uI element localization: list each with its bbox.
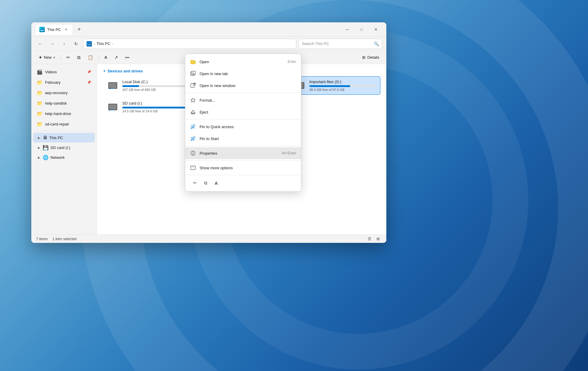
- sidebar-tree-sd-card[interactable]: ▶ 💾 SD card (I:): [33, 143, 95, 152]
- pin-icon-videos: 📌: [87, 70, 91, 74]
- share-icon: ↗: [114, 55, 118, 60]
- svg-line-31: [193, 83, 195, 86]
- ctx-separator-5: [185, 175, 301, 175]
- ctx-open-new-tab-label: Open in new tab: [200, 72, 296, 76]
- ctx-pin-start-label: Pin to Start: [200, 136, 296, 141]
- sidebar-item-help-hard-drive[interactable]: 📁 help-hard-drive: [33, 108, 95, 119]
- grid-view-button[interactable]: ⊞: [374, 235, 382, 243]
- expand-icon-sd-card: ▶: [38, 146, 40, 149]
- svg-rect-20: [109, 104, 117, 110]
- drive-g-name: Important files (G:): [309, 80, 376, 84]
- cut-icon: ✂: [66, 55, 70, 60]
- sidebar-tree-label-network: Network: [50, 155, 65, 160]
- ctx-bottom-cut[interactable]: ✂: [190, 178, 200, 188]
- drive-item-c[interactable]: Local Disk (C:) 347 GB free of 465 GB: [103, 76, 193, 95]
- svg-point-22: [109, 110, 110, 110]
- details-button[interactable]: ⊞ Details: [359, 53, 382, 62]
- sidebar-item-aep[interactable]: 📁 aep-recovery: [33, 88, 95, 98]
- ctx-open-icon: [190, 59, 196, 65]
- svg-rect-5: [109, 83, 117, 88]
- ctx-separator-4: [185, 160, 301, 161]
- new-label: New: [44, 55, 52, 60]
- cut-button[interactable]: ✂: [63, 53, 73, 62]
- help-hard-drive-icon: 📁: [37, 111, 43, 117]
- drive-g-free: 38.4 GB free of 97.6 GB: [309, 88, 376, 91]
- tab-area: This PC ✕ +: [35, 24, 340, 35]
- ctx-pin-quick-access[interactable]: Pin to Quick access: [185, 121, 301, 133]
- more-button[interactable]: •••: [122, 53, 132, 62]
- sidebar-item-sd-card-repair[interactable]: 📁 sd-card-repair: [33, 119, 95, 129]
- ctx-eject[interactable]: Eject: [185, 106, 301, 118]
- svg-rect-28: [192, 71, 195, 74]
- svg-rect-33: [191, 114, 195, 114]
- sidebar-item-february[interactable]: 📁 February 📌: [33, 77, 95, 87]
- ctx-open-shortcut: Enter: [288, 60, 296, 64]
- forward-button[interactable]: →: [47, 39, 57, 49]
- address-bar[interactable]: › This PC ›: [83, 39, 296, 49]
- ctx-open-new-tab[interactable]: Open in new tab: [185, 68, 301, 80]
- active-tab[interactable]: This PC ✕: [35, 24, 73, 35]
- ctx-pin-quick-access-icon: [190, 124, 196, 130]
- close-button[interactable]: ✕: [369, 25, 383, 34]
- paste-icon: 📋: [88, 55, 93, 60]
- minimize-button[interactable]: —: [340, 25, 354, 34]
- maximize-button[interactable]: □: [355, 25, 368, 34]
- address-bar-chevron: ›: [94, 42, 95, 46]
- address-bar-path: This PC: [97, 41, 110, 46]
- drive-c-icon: [107, 80, 118, 91]
- drive-g-bar-bg: [309, 85, 376, 87]
- videos-icon: 🎬: [37, 69, 43, 75]
- search-bar[interactable]: Search This PC 🔍: [299, 39, 382, 49]
- svg-point-7: [109, 88, 110, 89]
- list-view-button[interactable]: ☰: [366, 235, 373, 243]
- ctx-open-new-window-label: Open in new window: [200, 83, 296, 88]
- details-icon: ⊞: [362, 55, 365, 60]
- drive-item-g[interactable]: Important files (G:) 38.4 GB free of 97.…: [290, 76, 380, 95]
- ctx-eject-label: Eject: [200, 110, 296, 114]
- ctx-format-label: Format...: [200, 98, 296, 103]
- sidebar-label-february: February: [45, 80, 85, 85]
- ctx-bottom-copy[interactable]: ⧉: [201, 178, 210, 188]
- sidebar-tree-this-pc[interactable]: ▶ 🖥 This PC: [33, 133, 95, 142]
- rename-button[interactable]: A: [101, 53, 110, 62]
- drive-c-bar-fill: [122, 85, 139, 87]
- sidebar-label-sd-card-repair: sd-card-repair: [45, 122, 91, 126]
- sidebar-tree-network[interactable]: ▶ 🌐 Network: [33, 153, 95, 162]
- ctx-pin-start[interactable]: Pin to Start: [185, 133, 301, 145]
- share-button[interactable]: ↗: [111, 53, 121, 62]
- ctx-bottom-rename[interactable]: A: [212, 178, 221, 188]
- new-button[interactable]: ✦ New ∨: [36, 53, 58, 62]
- drive-c-free: 347 GB free of 465 GB: [122, 88, 189, 91]
- svg-rect-0: [40, 28, 44, 30]
- sidebar-tree-label-this-pc: This PC: [49, 136, 63, 140]
- toolbar-separator-2: [99, 55, 99, 60]
- aep-icon: 📁: [37, 90, 43, 96]
- drive-item-i[interactable]: SD card (I:) 14.5 GB free of 14.6 GB: [103, 98, 193, 116]
- ctx-properties[interactable]: Properties Alt+Enter: [185, 147, 301, 159]
- ctx-properties-shortcut: Alt+Enter: [281, 151, 296, 155]
- sidebar-item-help-sandisk[interactable]: 📁 help-sandisk: [33, 98, 95, 108]
- new-tab-button[interactable]: +: [74, 25, 84, 34]
- drive-c-name: Local Disk (C:): [122, 80, 189, 84]
- copy-button[interactable]: ⧉: [74, 53, 84, 62]
- refresh-button[interactable]: ↻: [71, 39, 81, 49]
- ctx-open-new-window-icon: [190, 83, 196, 89]
- drive-i-bar-bg: [122, 107, 189, 108]
- paste-button[interactable]: 📋: [85, 53, 96, 62]
- sidebar-tree-label-sd-card: SD card (I:): [50, 145, 70, 150]
- ctx-pin-quick-access-label: Pin to Quick access: [200, 125, 296, 129]
- ctx-show-more[interactable]: Show more options: [185, 162, 301, 174]
- ctx-open[interactable]: Open Enter: [185, 56, 301, 68]
- status-bar: 7 items 1 item selected ☰ ⊞: [31, 235, 386, 243]
- ctx-open-new-window[interactable]: Open in new window: [185, 80, 301, 91]
- ctx-format[interactable]: Format...: [185, 94, 301, 106]
- sidebar-label-videos: Videos: [45, 70, 85, 74]
- up-button[interactable]: ↑: [59, 39, 69, 49]
- expand-icon-network: ▶: [38, 156, 40, 159]
- sidebar-item-videos[interactable]: 🎬 Videos 📌: [33, 67, 95, 77]
- back-button[interactable]: ←: [36, 39, 45, 49]
- drive-i-bar-fill: [122, 107, 189, 108]
- ctx-show-more-label: Show more options: [200, 166, 296, 170]
- ctx-pin-start-icon: [190, 136, 196, 142]
- tab-close-button[interactable]: ✕: [63, 27, 69, 32]
